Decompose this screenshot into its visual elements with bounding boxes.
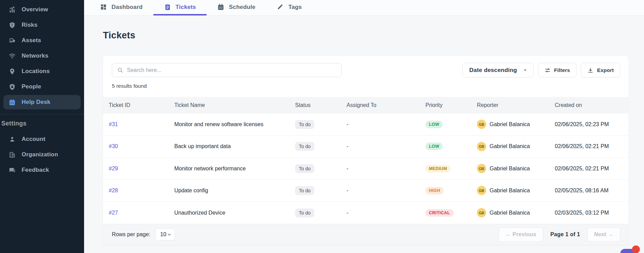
sidebar-item-assets[interactable]: Assets — [3, 33, 81, 48]
ticket-name: Update config — [174, 188, 295, 194]
priority-badge: LOW — [425, 143, 443, 150]
export-button[interactable]: Export — [581, 63, 620, 77]
priority-badge: HIGH — [425, 187, 444, 194]
settings-heading: Settings — [0, 120, 84, 127]
sidebar-item-label: Networks — [22, 52, 48, 59]
ticket-id-link[interactable]: #30 — [109, 143, 118, 149]
sort-value: Date descending — [469, 67, 517, 74]
table-row-2: #29 Monitor network performance To do - … — [103, 158, 629, 180]
notification-dot — [632, 245, 640, 253]
tab-tags[interactable]: Tags — [266, 0, 312, 15]
tab-icon — [217, 3, 224, 11]
rows-per-page-label: Rows per page: — [112, 231, 150, 238]
tab-label: Schedule — [229, 4, 255, 11]
column-header-priority: Priority — [425, 102, 477, 108]
avatar: GB — [477, 186, 486, 195]
sidebar-item-organization[interactable]: Organization — [3, 147, 81, 162]
column-header-assigned-to: Assigned To — [347, 102, 425, 108]
ticket-id-link[interactable]: #31 — [109, 121, 118, 127]
sidebar-item-icon — [9, 52, 16, 60]
reporter-name: Gabriel Balanica — [490, 210, 530, 216]
sidebar-item-label: People — [22, 83, 41, 90]
tab-tickets[interactable]: Tickets — [153, 0, 207, 15]
sidebar-item-icon — [9, 68, 16, 75]
ticket-name: Back up important data — [174, 143, 295, 149]
sidebar-item-help-desk[interactable]: Help Desk — [3, 95, 81, 109]
rows-per-page-value: 10 — [160, 231, 166, 238]
sidebar-item-label: Overview — [22, 6, 48, 13]
tickets-card: Date descending Filters Export 5 results… — [103, 56, 629, 245]
ticket-id-link[interactable]: #27 — [109, 210, 118, 216]
sidebar-item-people[interactable]: People — [3, 80, 81, 94]
column-header-status: Status — [295, 102, 347, 108]
priority-badge: CRITICAL — [425, 209, 454, 217]
status-badge: To do — [295, 164, 314, 173]
priority-badge: LOW — [425, 121, 443, 128]
sidebar-item-account[interactable]: Account — [3, 132, 81, 146]
created-on: 02/06/2025, 02:23 PM — [555, 121, 629, 128]
table-body: #31 Monitor and renew software licenses … — [103, 113, 629, 224]
created-on: 02/03/2025, 03:12 PM — [555, 210, 629, 216]
column-header-created-on: Created on — [555, 102, 629, 108]
table-row-0: #31 Monitor and renew software licenses … — [103, 113, 629, 135]
sidebar-item-icon — [9, 22, 16, 29]
sidebar-item-icon — [9, 6, 16, 13]
tab-schedule[interactable]: Schedule — [207, 0, 266, 15]
avatar: GB — [477, 120, 486, 129]
table-footer: Rows per page: 10 ← Previous Page 1 of 1… — [103, 224, 629, 245]
sidebar-divider — [0, 114, 84, 115]
sidebar-settings-nav: Account Organization Feedback — [0, 132, 84, 177]
sidebar-item-overview[interactable]: Overview — [3, 2, 81, 17]
rows-per-page: Rows per page: 10 — [112, 228, 175, 241]
next-page-button[interactable]: Next → — [587, 227, 620, 242]
toolbar-actions: Date descending Filters Export — [462, 63, 620, 77]
reporter-name: Gabriel Balanica — [490, 143, 530, 149]
chevron-down-icon — [167, 232, 172, 237]
sidebar-item-label: Risks — [22, 22, 37, 28]
sidebar-item-risks[interactable]: Risks — [3, 18, 81, 32]
table-row-3: #28 Update config To do - HIGH GB Gabrie… — [103, 180, 629, 202]
search-input[interactable] — [127, 67, 337, 73]
tab-label: Dashboard — [112, 4, 143, 11]
previous-page-button[interactable]: ← Previous — [499, 227, 543, 242]
ticket-id-link[interactable]: #28 — [109, 188, 118, 193]
sort-dropdown[interactable]: Date descending — [462, 63, 534, 77]
sidebar: Overview Risks Assets Networks Locations… — [0, 0, 84, 253]
rows-per-page-select[interactable]: 10 — [155, 228, 175, 241]
sidebar-item-icon — [9, 83, 16, 91]
avatar: GB — [477, 142, 486, 151]
tab-dashboard[interactable]: Dashboard — [89, 0, 153, 15]
sidebar-item-label: Help Desk — [22, 99, 50, 106]
export-label: Export — [597, 67, 614, 73]
sidebar-item-networks[interactable]: Networks — [3, 49, 81, 63]
table-row-1: #30 Back up important data To do - LOW G… — [103, 136, 629, 158]
status-badge: To do — [295, 120, 314, 129]
reporter-name: Gabriel Balanica — [490, 188, 530, 194]
created-on: 02/06/2025, 02:21 PM — [555, 166, 629, 172]
sidebar-item-icon — [9, 99, 16, 106]
column-header-ticket-name: Ticket Name — [174, 102, 295, 108]
assigned-to: - — [347, 143, 425, 149]
tab-icon — [164, 3, 171, 11]
sidebar-nav: Overview Risks Assets Networks Locations… — [0, 2, 84, 109]
results-count: 5 results found — [112, 83, 620, 89]
ticket-id-link[interactable]: #29 — [109, 166, 118, 171]
tab-bar: Dashboard Tickets Schedule Tags — [84, 0, 644, 16]
reporter-name: Gabriel Balanica — [490, 121, 530, 128]
filters-button[interactable]: Filters — [538, 63, 576, 77]
tab-label: Tickets — [176, 4, 196, 11]
page-info: Page 1 of 1 — [550, 231, 580, 238]
sidebar-item-locations[interactable]: Locations — [3, 64, 81, 79]
column-header-reporter: Reporter — [477, 102, 555, 108]
avatar: GB — [477, 208, 486, 217]
reporter-name: Gabriel Balanica — [490, 166, 530, 172]
ticket-name: Monitor and renew software licenses — [174, 121, 295, 128]
created-on: 02/06/2025, 02:21 PM — [555, 143, 629, 149]
pagination-controls: ← Previous Page 1 of 1 Next → — [499, 227, 620, 242]
page-title: Tickets — [103, 30, 629, 41]
column-header-ticket-id: Ticket ID — [109, 102, 174, 108]
sidebar-item-feedback[interactable]: Feedback — [3, 163, 81, 177]
assigned-to: - — [347, 188, 425, 194]
table-header-row: Ticket IDTicket NameStatusAssigned ToPri… — [103, 97, 629, 113]
table-row-4: #27 Unauthorized Device To do - CRITICAL… — [103, 202, 629, 224]
